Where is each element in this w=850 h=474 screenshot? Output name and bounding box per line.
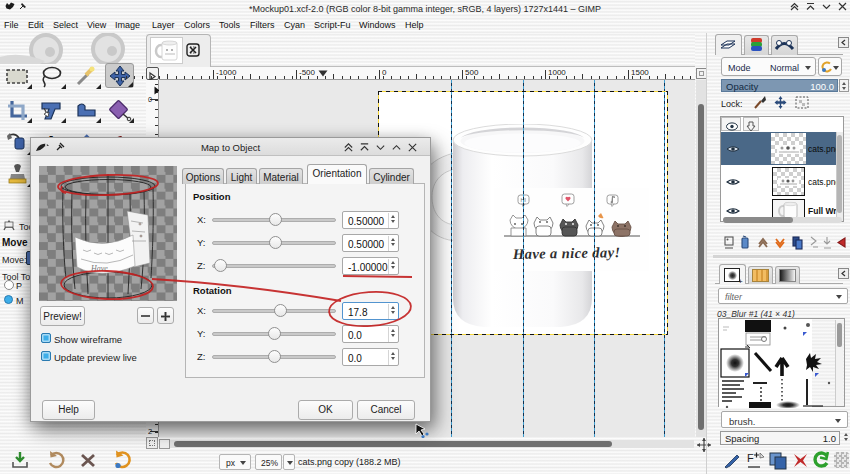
svg-text:Have: Have bbox=[90, 264, 108, 273]
svg-text:F: F bbox=[747, 452, 754, 464]
